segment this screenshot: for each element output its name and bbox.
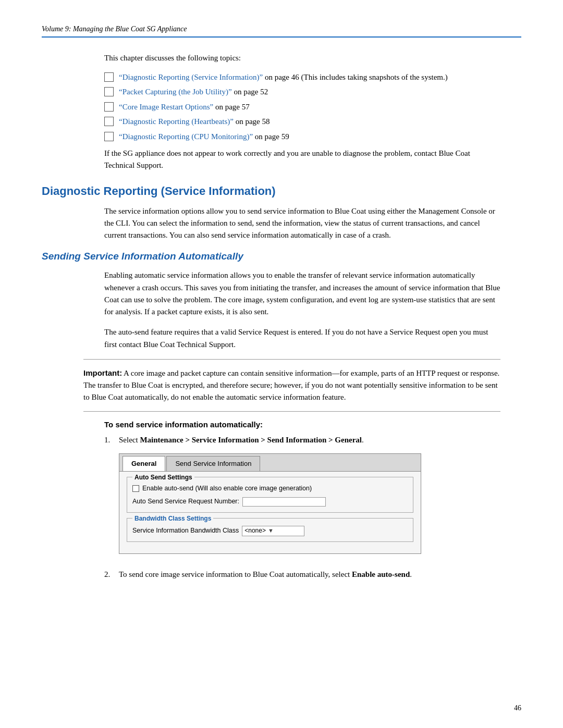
step1-before: Select xyxy=(119,436,140,444)
procedure-heading: To send service information automaticall… xyxy=(104,420,521,429)
list-item: “Packet Capturing (the Job Utility)” on … xyxy=(104,86,500,98)
ui-panel-body: Auto Send Settings Enable auto-send (Wil… xyxy=(119,472,421,553)
list-item-text: on page 46 (This includes taking snapsho… xyxy=(263,73,448,81)
important-text: A core image and packet capture can cont… xyxy=(83,369,499,402)
link-packet-capturing[interactable]: “Packet Capturing (the Job Utility)” xyxy=(119,88,232,96)
list-item-step1: 1. Select Maintenance > Service Informat… xyxy=(104,434,500,561)
header-bar: Volume 9: Managing the Blue Coat SG Appl… xyxy=(42,25,521,38)
step2-after: . xyxy=(410,570,412,578)
link-core-image[interactable]: “Core Image Restart Options” xyxy=(119,103,213,111)
tab-send-service-info[interactable]: Send Service Information xyxy=(166,456,260,471)
bandwidth-class-select[interactable]: <none> ▼ xyxy=(242,526,304,536)
bullet-icon xyxy=(104,117,114,126)
list-item: “Diagnostic Reporting (Heartbeats)” on p… xyxy=(104,116,500,128)
header-title: Volume 9: Managing the Blue Coat SG Appl… xyxy=(42,25,187,33)
important-box: Important: A core image and packet captu… xyxy=(83,359,500,412)
bandwidth-class-value: <none> xyxy=(244,526,266,536)
page-number: 46 xyxy=(514,704,521,712)
step2-before: To send core image service information t… xyxy=(119,570,352,578)
important-label: Important: xyxy=(83,368,122,377)
list-item-text: on page 59 xyxy=(253,132,289,141)
bandwidth-class-label: Service Information Bandwidth Class xyxy=(132,526,239,536)
section1-heading: Diagnostic Reporting (Service Informatio… xyxy=(42,184,521,198)
enable-autosend-checkbox[interactable] xyxy=(132,485,139,492)
service-request-row: Auto Send Service Request Number: xyxy=(132,497,408,507)
page: Volume 9: Managing the Blue Coat SG Appl… xyxy=(0,0,563,728)
list-item-text: on page 52 xyxy=(232,88,268,96)
section2-heading: Sending Service Information Automaticall… xyxy=(42,251,521,262)
enable-autosend-row: Enable auto-send (Will also enable core … xyxy=(132,484,408,493)
enable-autosend-label: Enable auto-send (Will also enable core … xyxy=(142,484,312,493)
section2-para2: The auto-send feature requires that a va… xyxy=(104,326,500,351)
dropdown-arrow-icon: ▼ xyxy=(268,526,274,535)
bandwidth-class-row: Service Information Bandwidth Class <non… xyxy=(132,526,408,536)
bullet-icon xyxy=(104,102,114,112)
list-item-text: on page 58 xyxy=(234,117,270,126)
step2-bold: Enable auto-send xyxy=(352,570,410,578)
group1-label: Auto Send Settings xyxy=(132,473,194,483)
group2-label: Bandwidth Class Settings xyxy=(132,514,213,524)
bullet-icon xyxy=(104,87,114,96)
list-item-step2: 2. To send core image service informatio… xyxy=(104,569,500,581)
tab-general[interactable]: General xyxy=(123,456,165,471)
service-request-label: Auto Send Service Request Number: xyxy=(132,497,239,507)
service-request-input[interactable] xyxy=(242,497,326,507)
list-item: “Diagnostic Reporting (CPU Monitoring)” … xyxy=(104,131,500,143)
link-heartbeats[interactable]: “Diagnostic Reporting (Heartbeats)” xyxy=(119,117,234,126)
list-item: “Diagnostic Reporting (Service Informati… xyxy=(104,71,500,83)
auto-send-settings-group: Auto Send Settings Enable auto-send (Wil… xyxy=(127,477,413,513)
link-diagnostic-reporting[interactable]: “Diagnostic Reporting (Service Informati… xyxy=(119,73,263,81)
step-number-2: 2. xyxy=(104,569,119,581)
bandwidth-class-settings-group: Bandwidth Class Settings Service Informa… xyxy=(127,518,413,542)
list-item-text: on page 57 xyxy=(213,103,250,111)
sg-note: If the SG appliance does not appear to w… xyxy=(104,147,500,172)
intro-lead: This chapter discusses the following top… xyxy=(104,54,241,62)
section2-para1: Enabling automatic service information a… xyxy=(104,269,500,318)
bullet-list: “Diagnostic Reporting (Service Informati… xyxy=(104,71,500,143)
ui-panel: General Send Service Information Auto Se… xyxy=(119,453,421,554)
step-number-1: 1. xyxy=(104,434,119,446)
step1-after: . xyxy=(362,436,364,444)
numbered-list: 1. Select Maintenance > Service Informat… xyxy=(104,434,500,581)
bullet-icon xyxy=(104,132,114,141)
bullet-icon xyxy=(104,72,114,82)
intro-text: This chapter discusses the following top… xyxy=(104,52,500,64)
step1-bold: Maintenance > Service Information > Send… xyxy=(140,436,362,444)
link-cpu-monitoring[interactable]: “Diagnostic Reporting (CPU Monitoring)” xyxy=(119,132,253,141)
list-item: “Core Image Restart Options” on page 57 xyxy=(104,101,500,113)
section1-body: The service information options allow yo… xyxy=(104,205,500,242)
ui-tab-bar: General Send Service Information xyxy=(119,454,421,472)
